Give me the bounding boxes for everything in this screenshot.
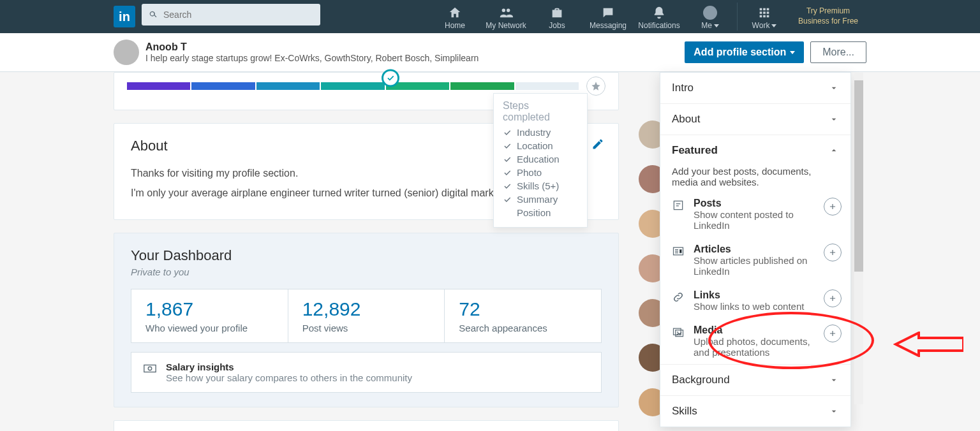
dashboard-title: Your Dashboard [131, 247, 602, 264]
svg-point-1 [148, 367, 152, 371]
progress-segment [450, 82, 514, 90]
progress-segment [127, 82, 190, 90]
featured-item-title: Links [694, 289, 804, 301]
annotation-arrow [893, 332, 963, 357]
chevron-up-icon [829, 145, 839, 156]
chevron-down-icon [771, 24, 776, 27]
media-icon [672, 326, 686, 340]
panel-intro-row[interactable]: Intro [660, 73, 850, 103]
nav-notifications[interactable]: Notifications [634, 0, 685, 33]
add-profile-section-dropdown: Intro About Featured Add your best posts… [660, 72, 851, 427]
articles-icon [672, 245, 686, 259]
step-item: Education [503, 154, 578, 164]
nav-messaging[interactable]: Messaging [583, 0, 634, 33]
more-button[interactable]: More... [810, 41, 866, 63]
home-icon [448, 6, 462, 20]
progress-segment [516, 82, 579, 90]
bell-icon [652, 6, 666, 20]
profile-avatar[interactable] [114, 40, 139, 65]
stat-label: Post views [302, 323, 431, 333]
featured-articles-row[interactable]: ArticlesShow articles published on Linke… [660, 237, 850, 283]
check-circle-icon [382, 69, 399, 87]
check-icon [503, 142, 512, 150]
featured-subtitle: Add your best posts, documents, media an… [660, 166, 850, 191]
panel-skills-row[interactable]: Skills [660, 395, 850, 427]
step-item: Location [503, 140, 578, 151]
chevron-down-icon [829, 406, 839, 416]
featured-item-title: Media [694, 325, 816, 336]
stat-number: 12,892 [302, 298, 431, 320]
profile-strength-bar [127, 73, 605, 96]
svg-point-6 [677, 332, 678, 333]
featured-item-sub: Show links to web content [694, 301, 804, 312]
plus-icon [828, 294, 837, 303]
nav-jobs[interactable]: Jobs [531, 0, 583, 33]
featured-posts-row[interactable]: PostsShow content posted to LinkedIn [660, 191, 850, 237]
step-item: Industry [503, 127, 578, 138]
check-icon [503, 195, 512, 204]
stat-label: Search appearances [459, 323, 587, 333]
plus-icon [828, 248, 837, 257]
nav-me[interactable]: Me [685, 0, 736, 33]
chevron-down-icon [829, 114, 839, 124]
plus-icon [828, 329, 837, 338]
sticky-profile-header: Anoob T I help early stage startups grow… [0, 33, 980, 72]
star-circle-icon[interactable] [586, 77, 605, 96]
panel-about-row[interactable]: About [660, 103, 850, 135]
money-icon [143, 362, 157, 377]
featured-item-sub: Show articles published on LinkedIn [694, 255, 816, 277]
salary-title: Salary insights [166, 362, 412, 372]
steps-completed-popover: Steps completed IndustryLocationEducatio… [493, 93, 588, 228]
add-links-button[interactable] [824, 289, 842, 307]
dashboard-stat[interactable]: 12,892Post views [288, 289, 445, 342]
search-box [142, 4, 320, 33]
featured-item-title: Posts [694, 198, 816, 209]
add-media-button[interactable] [824, 325, 842, 342]
stat-number: 72 [459, 298, 587, 320]
chevron-down-icon [829, 83, 839, 93]
next-card-peek [114, 420, 619, 431]
dashboard-stats: 1,867Who viewed your profile12,892Post v… [131, 289, 602, 343]
svg-rect-5 [676, 330, 683, 337]
add-articles-button[interactable] [824, 244, 842, 261]
step-item: Position [503, 207, 578, 218]
dashboard-stat[interactable]: 72Search appearances [445, 289, 601, 342]
edit-about-button[interactable] [591, 138, 604, 152]
chevron-down-icon [829, 375, 839, 385]
featured-item-sub: Upload photos, documents, and presentati… [694, 336, 816, 358]
stat-number: 1,867 [145, 298, 274, 320]
search-input[interactable] [142, 4, 320, 26]
nav-divider [737, 3, 738, 31]
check-icon [503, 128, 512, 137]
chat-icon [601, 6, 615, 20]
plus-icon [828, 202, 837, 211]
progress-segment [256, 82, 320, 90]
featured-item-sub: Show content posted to LinkedIn [694, 209, 816, 231]
posts-icon [672, 199, 686, 214]
dashboard-subtitle: Private to you [131, 267, 602, 277]
nav-home[interactable]: Home [429, 0, 480, 33]
briefcase-icon [550, 6, 564, 20]
grid-icon [757, 6, 771, 20]
nav-work[interactable]: Work [739, 0, 790, 33]
links-icon [672, 291, 686, 305]
add-posts-button[interactable] [824, 198, 842, 216]
profile-name: Anoob T [145, 41, 479, 53]
top-navbar: in Home My Network Jobs Messaging [0, 0, 980, 33]
add-profile-section-button[interactable]: Add profile section [685, 41, 804, 63]
nav-premium[interactable]: Try Premium Business for Free [790, 0, 866, 33]
progress-segment [321, 82, 384, 90]
featured-links-row[interactable]: LinksShow links to web content [660, 283, 850, 318]
dashboard-stat[interactable]: 1,867Who viewed your profile [131, 289, 288, 342]
progress-segment [191, 82, 255, 90]
step-item: Summary [503, 194, 578, 205]
nav-network[interactable]: My Network [480, 0, 531, 33]
panel-featured-row[interactable]: Featured [660, 135, 850, 166]
featured-media-row[interactable]: MediaUpload photos, documents, and prese… [660, 318, 850, 364]
salary-insights-row[interactable]: Salary insights See how your salary comp… [131, 352, 602, 393]
svg-rect-0 [144, 365, 156, 372]
stat-label: Who viewed your profile [145, 323, 274, 333]
linkedin-logo[interactable]: in [114, 6, 135, 27]
panel-background-row[interactable]: Background [660, 364, 850, 395]
panel-scrollbar[interactable] [854, 73, 863, 404]
